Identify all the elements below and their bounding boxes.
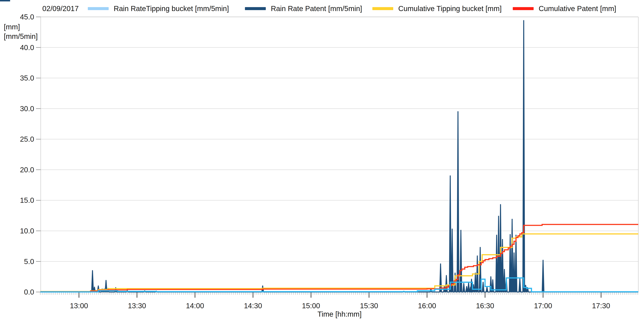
y-tick-label-25: 25.0 [20,135,34,143]
x-tick-label-7: 16:30 [476,302,494,310]
y-tick-label-40: 40.0 [20,44,34,52]
x-tick-label-3: 14:30 [244,302,262,310]
x-tick-label-2: 14:00 [186,302,204,310]
y-tick-label-5: 5.0 [24,258,34,266]
x-axis-title: Time [hh:mm] [313,310,366,318]
x-tick-label-4: 15:00 [302,302,320,310]
y-tick-label-15: 15.0 [20,196,34,204]
x-tick-label-1: 13:30 [128,302,146,310]
x-tick-label-8: 17:00 [534,302,552,310]
x-tick-label-6: 16:00 [418,302,436,310]
x-tick-label-0: 13:00 [70,302,88,310]
x-tick-label-5: 15:30 [360,302,378,310]
y-tick-label-45: 45.0 [20,13,34,21]
y-tick-label-0: 0.0 [24,288,34,296]
series-cumulative-patent [40,224,638,292]
plot-area: 0.05.010.015.020.025.030.035.040.045.013… [0,0,644,319]
y-tick-label-10: 10.0 [20,227,34,235]
series-rain-rate-patent [40,20,638,292]
y-tick-label-35: 35.0 [20,74,34,82]
screenshot-root: { "header": { "date_label": "02/09/2017"… [0,0,644,319]
y-tick-label-30: 30.0 [20,104,34,113]
x-tick-label-9: 17:30 [592,302,610,310]
y-tick-label-20: 20.0 [20,166,34,174]
series-cumulative-tipping [40,234,638,292]
